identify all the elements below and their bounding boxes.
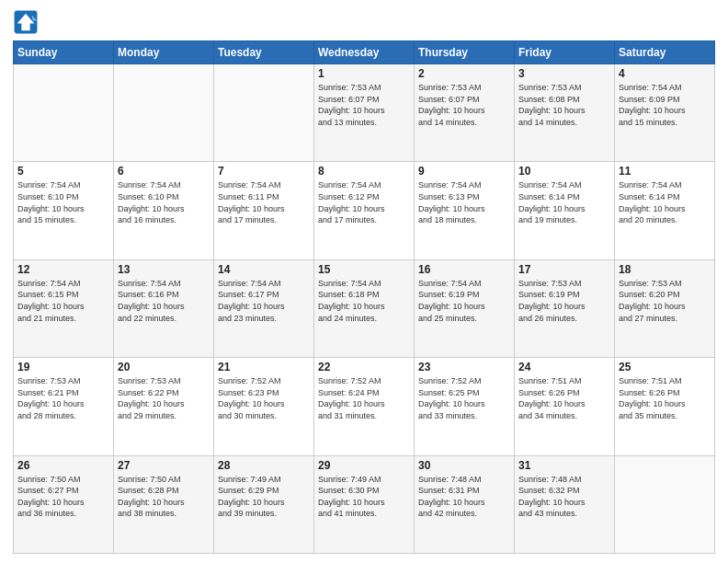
- weekday-header-thursday: Thursday: [415, 41, 515, 64]
- day-number: 25: [619, 361, 711, 373]
- day-number: 2: [418, 67, 510, 80]
- calendar-cell: 28Sunrise: 7:49 AM Sunset: 6:29 PM Dayli…: [214, 455, 314, 553]
- calendar-cell: 3Sunrise: 7:53 AM Sunset: 6:08 PM Daylig…: [515, 64, 615, 162]
- day-info: Sunrise: 7:54 AM Sunset: 6:17 PM Dayligh…: [218, 278, 310, 324]
- calendar-cell: 1Sunrise: 7:53 AM Sunset: 6:07 PM Daylig…: [314, 64, 415, 162]
- day-number: 10: [518, 165, 610, 178]
- day-number: 18: [619, 263, 711, 276]
- day-info: Sunrise: 7:50 AM Sunset: 6:27 PM Dayligh…: [17, 474, 109, 520]
- calendar-cell: 19Sunrise: 7:53 AM Sunset: 6:21 PM Dayli…: [14, 358, 114, 455]
- day-info: Sunrise: 7:49 AM Sunset: 6:29 PM Dayligh…: [218, 474, 310, 520]
- day-info: Sunrise: 7:53 AM Sunset: 6:08 PM Dayligh…: [518, 82, 610, 128]
- calendar-cell: 18Sunrise: 7:53 AM Sunset: 6:20 PM Dayli…: [615, 259, 715, 357]
- weekday-header-monday: Monday: [114, 41, 214, 64]
- calendar-cell: 9Sunrise: 7:54 AM Sunset: 6:13 PM Daylig…: [415, 162, 515, 259]
- calendar-cell: 4Sunrise: 7:54 AM Sunset: 6:09 PM Daylig…: [615, 64, 715, 162]
- day-info: Sunrise: 7:54 AM Sunset: 6:14 PM Dayligh…: [619, 179, 711, 225]
- calendar-cell: 6Sunrise: 7:54 AM Sunset: 6:10 PM Daylig…: [114, 162, 214, 259]
- day-info: Sunrise: 7:50 AM Sunset: 6:28 PM Dayligh…: [118, 474, 210, 520]
- calendar-cell: 24Sunrise: 7:51 AM Sunset: 6:26 PM Dayli…: [515, 358, 615, 455]
- day-number: 28: [218, 459, 310, 472]
- day-info: Sunrise: 7:54 AM Sunset: 6:15 PM Dayligh…: [17, 278, 109, 324]
- day-number: 8: [318, 165, 410, 178]
- calendar-cell: 12Sunrise: 7:54 AM Sunset: 6:15 PM Dayli…: [14, 259, 114, 357]
- day-number: 29: [318, 459, 410, 472]
- day-info: Sunrise: 7:53 AM Sunset: 6:21 PM Dayligh…: [17, 375, 109, 421]
- day-info: Sunrise: 7:53 AM Sunset: 6:19 PM Dayligh…: [518, 278, 610, 324]
- calendar-cell: 2Sunrise: 7:53 AM Sunset: 6:07 PM Daylig…: [415, 64, 515, 162]
- calendar-cell: 31Sunrise: 7:48 AM Sunset: 6:32 PM Dayli…: [515, 455, 615, 553]
- calendar-cell: [14, 64, 114, 162]
- calendar-week-row: 5Sunrise: 7:54 AM Sunset: 6:10 PM Daylig…: [14, 162, 715, 259]
- day-info: Sunrise: 7:48 AM Sunset: 6:31 PM Dayligh…: [418, 474, 510, 520]
- day-info: Sunrise: 7:52 AM Sunset: 6:25 PM Dayligh…: [418, 375, 510, 421]
- calendar-week-row: 19Sunrise: 7:53 AM Sunset: 6:21 PM Dayli…: [14, 358, 715, 455]
- day-number: 17: [518, 263, 610, 276]
- calendar-cell: 29Sunrise: 7:49 AM Sunset: 6:30 PM Dayli…: [314, 455, 415, 553]
- day-info: Sunrise: 7:53 AM Sunset: 6:22 PM Dayligh…: [118, 375, 210, 421]
- day-info: Sunrise: 7:53 AM Sunset: 6:07 PM Dayligh…: [418, 82, 510, 128]
- day-info: Sunrise: 7:54 AM Sunset: 6:10 PM Dayligh…: [17, 179, 109, 225]
- calendar-cell: [114, 64, 214, 162]
- day-info: Sunrise: 7:54 AM Sunset: 6:13 PM Dayligh…: [418, 179, 510, 225]
- calendar-cell: 14Sunrise: 7:54 AM Sunset: 6:17 PM Dayli…: [214, 259, 314, 357]
- calendar-cell: 10Sunrise: 7:54 AM Sunset: 6:14 PM Dayli…: [515, 162, 615, 259]
- calendar-cell: 26Sunrise: 7:50 AM Sunset: 6:27 PM Dayli…: [14, 455, 114, 553]
- day-number: 31: [518, 459, 610, 472]
- day-number: 23: [418, 361, 510, 373]
- day-number: 12: [17, 263, 109, 276]
- day-number: 30: [418, 459, 510, 472]
- day-number: 5: [17, 165, 109, 178]
- day-info: Sunrise: 7:52 AM Sunset: 6:23 PM Dayligh…: [218, 375, 310, 421]
- weekday-header-tuesday: Tuesday: [214, 41, 314, 64]
- day-number: 4: [619, 67, 711, 80]
- calendar-cell: 22Sunrise: 7:52 AM Sunset: 6:24 PM Dayli…: [314, 358, 415, 455]
- day-number: 24: [518, 361, 610, 373]
- calendar-cell: [615, 455, 715, 553]
- page: SundayMondayTuesdayWednesdayThursdayFrid…: [0, 0, 728, 563]
- day-number: 16: [418, 263, 510, 276]
- calendar-table: SundayMondayTuesdayWednesdayThursdayFrid…: [13, 40, 715, 554]
- day-number: 22: [318, 361, 410, 373]
- logo: [13, 9, 42, 35]
- logo-icon: [13, 9, 39, 35]
- calendar-cell: 20Sunrise: 7:53 AM Sunset: 6:22 PM Dayli…: [114, 358, 214, 455]
- calendar-cell: 17Sunrise: 7:53 AM Sunset: 6:19 PM Dayli…: [515, 259, 615, 357]
- day-number: 3: [518, 67, 610, 80]
- calendar-cell: 30Sunrise: 7:48 AM Sunset: 6:31 PM Dayli…: [415, 455, 515, 553]
- calendar-cell: 13Sunrise: 7:54 AM Sunset: 6:16 PM Dayli…: [114, 259, 214, 357]
- day-info: Sunrise: 7:54 AM Sunset: 6:10 PM Dayligh…: [118, 179, 210, 225]
- day-info: Sunrise: 7:53 AM Sunset: 6:07 PM Dayligh…: [318, 82, 410, 128]
- day-info: Sunrise: 7:52 AM Sunset: 6:24 PM Dayligh…: [318, 375, 410, 421]
- day-info: Sunrise: 7:54 AM Sunset: 6:11 PM Dayligh…: [218, 179, 310, 225]
- day-number: 15: [318, 263, 410, 276]
- calendar-cell: 11Sunrise: 7:54 AM Sunset: 6:14 PM Dayli…: [615, 162, 715, 259]
- calendar-cell: 21Sunrise: 7:52 AM Sunset: 6:23 PM Dayli…: [214, 358, 314, 455]
- day-number: 1: [318, 67, 410, 80]
- day-number: 13: [118, 263, 210, 276]
- day-info: Sunrise: 7:54 AM Sunset: 6:14 PM Dayligh…: [518, 179, 610, 225]
- weekday-header-saturday: Saturday: [615, 41, 715, 64]
- day-number: 14: [218, 263, 310, 276]
- day-number: 26: [17, 459, 109, 472]
- day-info: Sunrise: 7:54 AM Sunset: 6:18 PM Dayligh…: [318, 278, 410, 324]
- day-number: 19: [17, 361, 109, 373]
- calendar-cell: 15Sunrise: 7:54 AM Sunset: 6:18 PM Dayli…: [314, 259, 415, 357]
- calendar-cell: 25Sunrise: 7:51 AM Sunset: 6:26 PM Dayli…: [615, 358, 715, 455]
- day-info: Sunrise: 7:54 AM Sunset: 6:09 PM Dayligh…: [619, 82, 711, 128]
- calendar-cell: 7Sunrise: 7:54 AM Sunset: 6:11 PM Daylig…: [214, 162, 314, 259]
- day-number: 27: [118, 459, 210, 472]
- day-info: Sunrise: 7:53 AM Sunset: 6:20 PM Dayligh…: [619, 278, 711, 324]
- header: [13, 9, 715, 35]
- calendar-week-row: 26Sunrise: 7:50 AM Sunset: 6:27 PM Dayli…: [14, 455, 715, 553]
- calendar-week-row: 12Sunrise: 7:54 AM Sunset: 6:15 PM Dayli…: [14, 259, 715, 357]
- calendar-cell: 8Sunrise: 7:54 AM Sunset: 6:12 PM Daylig…: [314, 162, 415, 259]
- day-number: 9: [418, 165, 510, 178]
- calendar-cell: 16Sunrise: 7:54 AM Sunset: 6:19 PM Dayli…: [415, 259, 515, 357]
- day-info: Sunrise: 7:54 AM Sunset: 6:12 PM Dayligh…: [318, 179, 410, 225]
- day-info: Sunrise: 7:49 AM Sunset: 6:30 PM Dayligh…: [318, 474, 410, 520]
- calendar-cell: 27Sunrise: 7:50 AM Sunset: 6:28 PM Dayli…: [114, 455, 214, 553]
- weekday-header-friday: Friday: [515, 41, 615, 64]
- calendar-cell: 5Sunrise: 7:54 AM Sunset: 6:10 PM Daylig…: [14, 162, 114, 259]
- day-number: 11: [619, 165, 711, 178]
